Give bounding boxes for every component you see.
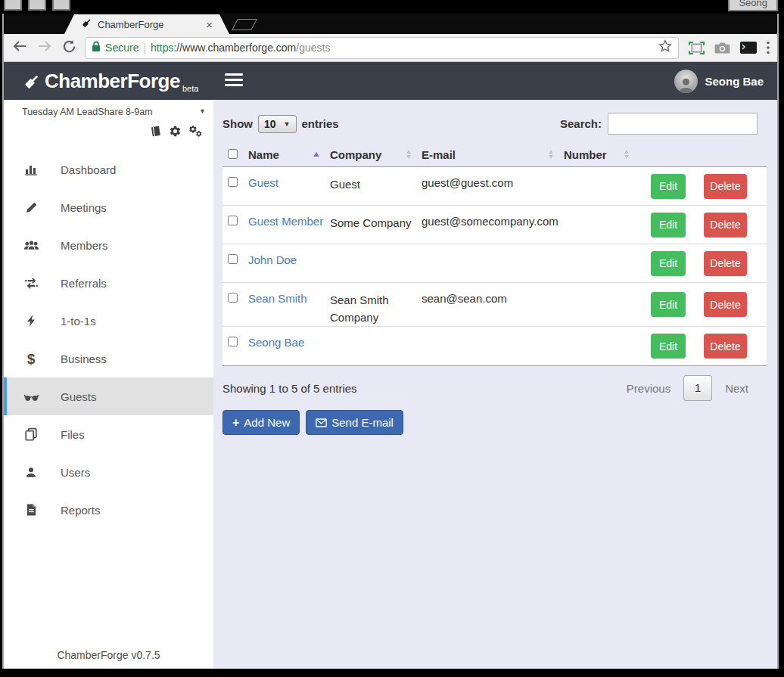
user-menu[interactable]: Seong Bae [674, 62, 764, 100]
window-title: Seong [728, 0, 778, 11]
browser-tab[interactable]: ChamberForge × [64, 14, 229, 34]
chamberforge-app: ChamberForge beta Seong Bae Tuesday AM L… [4, 62, 777, 668]
show-label: Show [222, 117, 253, 130]
entries-label: entries [302, 117, 339, 130]
guest-name-link[interactable]: Guest [248, 167, 330, 205]
avatar [674, 70, 698, 93]
column-header-number[interactable]: Number [564, 148, 639, 161]
brand-name: ChamberForge [45, 64, 180, 98]
url-separator: | [143, 42, 146, 54]
reload-icon[interactable] [60, 39, 78, 57]
sidebar-item-referrals[interactable]: Referrals [4, 264, 213, 302]
search-label: Search: [560, 117, 602, 130]
sidebar-item-reports[interactable]: Reports [4, 491, 213, 529]
edit-button[interactable]: Edit [651, 251, 686, 276]
row-checkbox[interactable] [228, 293, 238, 303]
sort-icon [406, 150, 411, 159]
select-caret-icon: ▼ [284, 120, 291, 128]
table-row: GuestGuestguest@guest.comEditDelete [222, 167, 767, 206]
gear-icon[interactable] [169, 125, 182, 141]
edit-button[interactable]: Edit [651, 174, 686, 199]
guest-name-link[interactable]: Guest Member [248, 206, 330, 244]
hamburger-menu-icon[interactable] [225, 73, 243, 89]
camera-extension-icon[interactable] [714, 42, 730, 54]
send-email-button[interactable]: Send E-mail [306, 410, 403, 435]
bolt-icon [23, 314, 39, 328]
browser-menu-icon[interactable] [767, 41, 770, 54]
edit-button[interactable]: Edit [651, 213, 686, 238]
guests-page: Show 10 ▼ entries Search: [213, 100, 777, 668]
next-page-button[interactable]: Next [725, 382, 748, 395]
gavel-logo-icon [23, 73, 41, 94]
url-text: https://www.chamberforge.com/guests [151, 42, 654, 54]
delete-button[interactable]: Delete [704, 292, 747, 317]
forward-icon[interactable] [36, 39, 54, 56]
sidebar-item-files[interactable]: Files [4, 415, 213, 453]
copy-icon [23, 427, 39, 441]
row-checkbox[interactable] [228, 177, 238, 187]
column-header-name[interactable]: Name [248, 148, 330, 161]
window-close-button[interactable] [4, 0, 22, 11]
table-header: Name Company E-mail Number [222, 142, 767, 166]
sidebar-item-business[interactable]: $Business [4, 340, 213, 377]
edit-button[interactable]: Edit [651, 292, 686, 317]
sidebar-item-1-to-1s[interactable]: 1-to-1s [4, 302, 213, 340]
app-version: ChamberForge v0.7.5 [4, 649, 213, 661]
search-input[interactable] [608, 113, 758, 135]
guest-name-link[interactable]: Sean Smith [248, 283, 330, 326]
column-header-email[interactable]: E-mail [422, 148, 564, 161]
new-tab-button[interactable] [232, 19, 257, 30]
delete-button[interactable]: Delete [704, 213, 747, 238]
tab-close-icon[interactable]: × [206, 19, 213, 30]
desktop-titlebar: Seong [0, 0, 784, 14]
sidebar: Tuesday AM LeadShare 8-9am ▼ DashboardMe… [4, 100, 213, 668]
sidebar-item-users[interactable]: Users [4, 453, 213, 491]
back-icon[interactable] [11, 39, 29, 56]
book-icon[interactable] [149, 125, 162, 141]
sidebar-item-members[interactable]: Members [4, 226, 213, 264]
sidebar-nav: DashboardMeetingsMembersReferrals1-to-1s… [4, 151, 213, 529]
pagination: Previous 1 Next [627, 375, 748, 401]
bookmark-star-icon[interactable] [658, 39, 672, 56]
window-minimize-button[interactable] [28, 0, 46, 11]
plus-icon: + [232, 417, 239, 429]
guest-name-link[interactable]: Seong Bae [248, 327, 330, 365]
secure-label: Secure [105, 42, 138, 54]
previous-page-button[interactable]: Previous [627, 382, 670, 395]
sidebar-item-dashboard[interactable]: Dashboard [4, 151, 213, 188]
delete-button[interactable]: Delete [704, 334, 747, 359]
row-checkbox[interactable] [228, 216, 238, 225]
terminal-extension-icon[interactable] [740, 42, 757, 54]
meeting-selector[interactable]: Tuesday AM LeadShare 8-9am ▼ [4, 100, 213, 117]
sidebar-item-guests[interactable]: Guests [4, 377, 213, 415]
gears-icon[interactable] [188, 125, 203, 141]
table-row: Sean SmithSean Smith Companysean@sean.co… [222, 283, 767, 327]
sidebar-item-meetings[interactable]: Meetings [4, 188, 213, 226]
page-number-button[interactable]: 1 [683, 375, 712, 401]
sort-icon [624, 150, 629, 159]
guest-name-link[interactable]: John Doe [248, 244, 330, 282]
column-header-company[interactable]: Company [330, 148, 422, 161]
chevron-down-icon: ▼ [199, 107, 206, 115]
exchange-icon [23, 277, 39, 290]
select-all-checkbox[interactable] [228, 149, 238, 159]
row-checkbox[interactable] [228, 337, 238, 346]
user-name: Seong Bae [705, 75, 764, 88]
delete-button[interactable]: Delete [704, 174, 747, 199]
edit-button[interactable]: Edit [651, 334, 686, 359]
delete-button[interactable]: Delete [704, 251, 747, 276]
envelope-icon [316, 418, 327, 427]
browser-toolbar: Secure | https://www.chamberforge.com/gu… [4, 34, 777, 62]
address-bar[interactable]: Secure | https://www.chamberforge.com/gu… [85, 37, 679, 59]
add-new-button[interactable]: + Add New [222, 410, 300, 435]
row-checkbox[interactable] [228, 254, 238, 264]
pencil-icon [23, 201, 39, 214]
screenshot-extension-icon[interactable] [689, 42, 705, 54]
window-maximize-button[interactable] [52, 0, 70, 11]
brand-logo[interactable]: ChamberForge beta [23, 64, 198, 98]
sort-icon [549, 150, 553, 159]
app-navbar: ChamberForge beta Seong Bae [4, 62, 777, 100]
page-size-select[interactable]: 10 ▼ [258, 115, 297, 133]
user-icon [23, 466, 39, 479]
dollar-icon: $ [23, 352, 39, 366]
